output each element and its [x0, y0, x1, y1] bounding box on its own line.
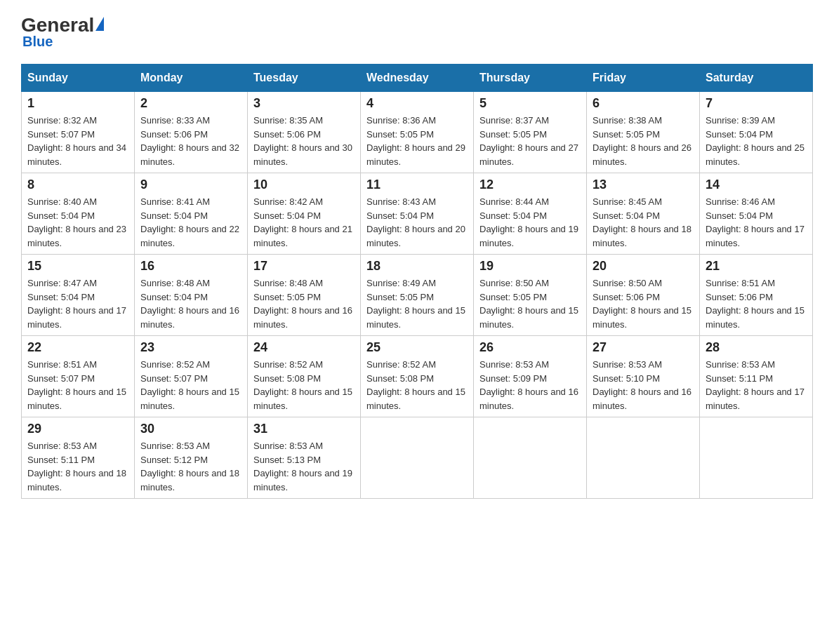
calendar-cell: 13 Sunrise: 8:45 AMSunset: 5:04 PMDaylig…	[587, 173, 700, 255]
calendar-cell	[361, 417, 474, 499]
day-number: 1	[27, 96, 128, 111]
column-header-friday: Friday	[587, 65, 700, 92]
day-info: Sunrise: 8:53 AMSunset: 5:11 PMDaylight:…	[27, 441, 126, 492]
day-info: Sunrise: 8:41 AMSunset: 5:04 PMDaylight:…	[140, 196, 239, 248]
day-number: 20	[593, 259, 694, 274]
logo-blue-text: Blue	[22, 34, 104, 50]
day-number: 6	[593, 96, 694, 111]
day-info: Sunrise: 8:53 AMSunset: 5:13 PMDaylight:…	[253, 441, 352, 492]
calendar-cell: 11 Sunrise: 8:43 AMSunset: 5:04 PMDaylig…	[361, 173, 474, 255]
day-number: 5	[479, 96, 581, 111]
calendar-cell: 24 Sunrise: 8:52 AMSunset: 5:08 PMDaylig…	[248, 336, 361, 417]
calendar-cell: 18 Sunrise: 8:49 AMSunset: 5:05 PMDaylig…	[361, 255, 474, 336]
calendar-cell: 30 Sunrise: 8:53 AMSunset: 5:12 PMDaylig…	[135, 417, 248, 499]
day-info: Sunrise: 8:44 AMSunset: 5:04 PMDaylight:…	[479, 196, 578, 248]
day-number: 24	[253, 340, 355, 355]
calendar-cell: 9 Sunrise: 8:41 AMSunset: 5:04 PMDayligh…	[135, 173, 248, 255]
calendar-week-row: 15 Sunrise: 8:47 AMSunset: 5:04 PMDaylig…	[22, 255, 813, 336]
calendar-cell: 5 Sunrise: 8:37 AMSunset: 5:05 PMDayligh…	[474, 92, 587, 173]
calendar-header-row: SundayMondayTuesdayWednesdayThursdayFrid…	[22, 65, 813, 92]
day-number: 4	[366, 96, 468, 111]
column-header-saturday: Saturday	[700, 65, 813, 92]
calendar-week-row: 1 Sunrise: 8:32 AMSunset: 5:07 PMDayligh…	[22, 92, 813, 173]
column-header-tuesday: Tuesday	[248, 65, 361, 92]
day-number: 12	[479, 177, 581, 192]
day-number: 15	[27, 259, 128, 274]
day-info: Sunrise: 8:47 AMSunset: 5:04 PMDaylight:…	[27, 278, 126, 330]
day-info: Sunrise: 8:36 AMSunset: 5:05 PMDaylight:…	[366, 115, 465, 167]
calendar-cell: 4 Sunrise: 8:36 AMSunset: 5:05 PMDayligh…	[361, 92, 474, 173]
day-info: Sunrise: 8:53 AMSunset: 5:12 PMDaylight:…	[140, 441, 239, 492]
day-number: 19	[479, 259, 581, 274]
day-number: 8	[27, 177, 128, 192]
day-info: Sunrise: 8:49 AMSunset: 5:05 PMDaylight:…	[366, 278, 465, 330]
column-header-wednesday: Wednesday	[361, 65, 474, 92]
day-info: Sunrise: 8:42 AMSunset: 5:04 PMDaylight:…	[253, 196, 352, 248]
day-number: 11	[366, 177, 468, 192]
day-number: 7	[706, 96, 807, 111]
day-info: Sunrise: 8:45 AMSunset: 5:04 PMDaylight:…	[593, 196, 691, 248]
calendar-cell: 16 Sunrise: 8:48 AMSunset: 5:04 PMDaylig…	[135, 255, 248, 336]
day-info: Sunrise: 8:43 AMSunset: 5:04 PMDaylight:…	[366, 196, 465, 248]
calendar-cell: 31 Sunrise: 8:53 AMSunset: 5:13 PMDaylig…	[248, 417, 361, 499]
day-info: Sunrise: 8:53 AMSunset: 5:10 PMDaylight:…	[593, 359, 691, 411]
page-header: General Blue	[21, 14, 813, 50]
day-info: Sunrise: 8:35 AMSunset: 5:06 PMDaylight:…	[253, 115, 352, 167]
day-info: Sunrise: 8:40 AMSunset: 5:04 PMDaylight:…	[27, 196, 126, 248]
day-info: Sunrise: 8:37 AMSunset: 5:05 PMDaylight:…	[479, 115, 578, 167]
day-number: 13	[593, 177, 694, 192]
calendar-cell: 28 Sunrise: 8:53 AMSunset: 5:11 PMDaylig…	[700, 336, 813, 417]
calendar-cell: 29 Sunrise: 8:53 AMSunset: 5:11 PMDaylig…	[22, 417, 135, 499]
calendar-cell: 23 Sunrise: 8:52 AMSunset: 5:07 PMDaylig…	[135, 336, 248, 417]
day-number: 26	[479, 340, 581, 355]
day-info: Sunrise: 8:48 AMSunset: 5:05 PMDaylight:…	[253, 278, 352, 330]
day-number: 17	[253, 259, 355, 274]
calendar-cell: 20 Sunrise: 8:50 AMSunset: 5:06 PMDaylig…	[587, 255, 700, 336]
day-number: 31	[253, 422, 355, 436]
calendar-cell	[587, 417, 700, 499]
day-number: 2	[140, 96, 241, 111]
day-number: 3	[253, 96, 355, 111]
calendar-cell	[474, 417, 587, 499]
calendar-cell: 14 Sunrise: 8:46 AMSunset: 5:04 PMDaylig…	[700, 173, 813, 255]
day-number: 18	[366, 259, 468, 274]
day-number: 29	[27, 422, 128, 436]
day-info: Sunrise: 8:48 AMSunset: 5:04 PMDaylight:…	[140, 278, 239, 330]
day-info: Sunrise: 8:51 AMSunset: 5:07 PMDaylight:…	[27, 359, 126, 411]
day-number: 22	[27, 340, 128, 355]
calendar-table: SundayMondayTuesdayWednesdayThursdayFrid…	[21, 64, 813, 499]
day-info: Sunrise: 8:50 AMSunset: 5:06 PMDaylight:…	[593, 278, 691, 330]
calendar-cell: 1 Sunrise: 8:32 AMSunset: 5:07 PMDayligh…	[22, 92, 135, 173]
day-info: Sunrise: 8:53 AMSunset: 5:09 PMDaylight:…	[479, 359, 578, 411]
calendar-cell: 8 Sunrise: 8:40 AMSunset: 5:04 PMDayligh…	[22, 173, 135, 255]
day-info: Sunrise: 8:53 AMSunset: 5:11 PMDaylight:…	[706, 359, 805, 411]
day-number: 27	[593, 340, 694, 355]
calendar-cell: 22 Sunrise: 8:51 AMSunset: 5:07 PMDaylig…	[22, 336, 135, 417]
day-info: Sunrise: 8:46 AMSunset: 5:04 PMDaylight:…	[706, 196, 805, 248]
day-info: Sunrise: 8:38 AMSunset: 5:05 PMDaylight:…	[593, 115, 691, 167]
calendar-cell: 17 Sunrise: 8:48 AMSunset: 5:05 PMDaylig…	[248, 255, 361, 336]
logo-triangle-icon	[95, 17, 104, 31]
day-number: 23	[140, 340, 241, 355]
calendar-cell: 25 Sunrise: 8:52 AMSunset: 5:08 PMDaylig…	[361, 336, 474, 417]
day-info: Sunrise: 8:39 AMSunset: 5:04 PMDaylight:…	[706, 115, 805, 167]
calendar-cell: 27 Sunrise: 8:53 AMSunset: 5:10 PMDaylig…	[587, 336, 700, 417]
calendar-cell: 19 Sunrise: 8:50 AMSunset: 5:05 PMDaylig…	[474, 255, 587, 336]
calendar-cell	[700, 417, 813, 499]
day-number: 10	[253, 177, 355, 192]
column-header-monday: Monday	[135, 65, 248, 92]
day-number: 21	[706, 259, 807, 274]
day-number: 25	[366, 340, 468, 355]
day-info: Sunrise: 8:52 AMSunset: 5:08 PMDaylight:…	[366, 359, 465, 411]
calendar-cell: 10 Sunrise: 8:42 AMSunset: 5:04 PMDaylig…	[248, 173, 361, 255]
calendar-cell: 26 Sunrise: 8:53 AMSunset: 5:09 PMDaylig…	[474, 336, 587, 417]
day-info: Sunrise: 8:52 AMSunset: 5:08 PMDaylight:…	[253, 359, 352, 411]
day-info: Sunrise: 8:51 AMSunset: 5:06 PMDaylight:…	[706, 278, 805, 330]
day-number: 16	[140, 259, 241, 274]
day-info: Sunrise: 8:52 AMSunset: 5:07 PMDaylight:…	[140, 359, 239, 411]
calendar-cell: 12 Sunrise: 8:44 AMSunset: 5:04 PMDaylig…	[474, 173, 587, 255]
day-number: 14	[706, 177, 807, 192]
day-number: 30	[140, 422, 241, 436]
column-header-sunday: Sunday	[22, 65, 135, 92]
day-info: Sunrise: 8:32 AMSunset: 5:07 PMDaylight:…	[27, 115, 126, 167]
